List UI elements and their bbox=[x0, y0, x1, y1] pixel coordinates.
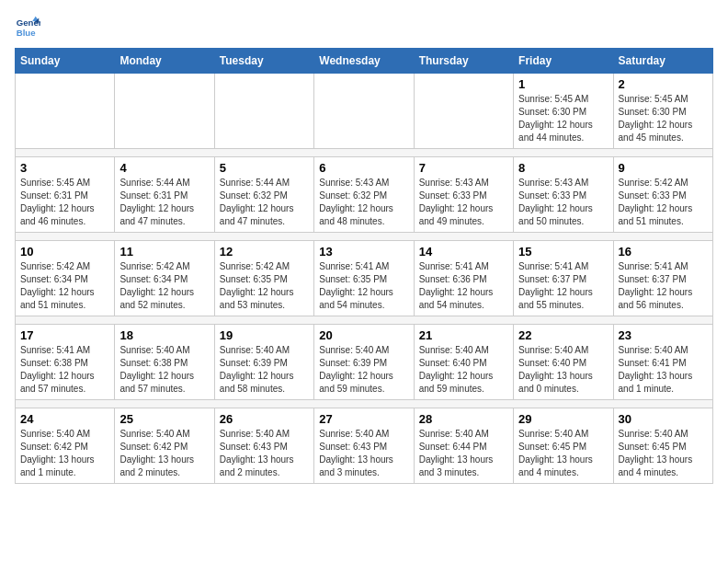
weekday-header-saturday: Saturday bbox=[613, 49, 712, 74]
calendar-cell: 30Sunrise: 5:40 AMSunset: 6:45 PMDayligh… bbox=[613, 408, 712, 484]
calendar-cell: 9Sunrise: 5:42 AMSunset: 6:33 PMDaylight… bbox=[613, 157, 712, 233]
day-number: 8 bbox=[518, 161, 608, 175]
day-number: 10 bbox=[20, 245, 109, 259]
day-info: Sunrise: 5:40 AMSunset: 6:38 PMDaylight:… bbox=[119, 344, 209, 396]
weekday-header-tuesday: Tuesday bbox=[214, 49, 313, 74]
day-info: Sunrise: 5:40 AMSunset: 6:41 PMDaylight:… bbox=[619, 344, 708, 396]
day-number: 13 bbox=[319, 245, 408, 259]
calendar-table: SundayMondayTuesdayWednesdayThursdayFrid… bbox=[15, 48, 713, 484]
day-number: 18 bbox=[119, 328, 209, 342]
day-number: 16 bbox=[619, 245, 708, 259]
calendar-cell: 16Sunrise: 5:41 AMSunset: 6:37 PMDayligh… bbox=[613, 241, 712, 316]
day-info: Sunrise: 5:41 AMSunset: 6:38 PMDaylight:… bbox=[20, 344, 109, 396]
day-info: Sunrise: 5:45 AMSunset: 6:30 PMDaylight:… bbox=[518, 93, 608, 144]
calendar-cell: 28Sunrise: 5:40 AMSunset: 6:44 PMDayligh… bbox=[414, 408, 513, 484]
calendar-cell: 4Sunrise: 5:44 AMSunset: 6:31 PMDaylight… bbox=[115, 157, 214, 233]
weekday-header-sunday: Sunday bbox=[16, 49, 115, 74]
logo: General Blue bbox=[15, 15, 44, 40]
week-spacer bbox=[16, 316, 713, 325]
calendar-cell: 13Sunrise: 5:41 AMSunset: 6:35 PMDayligh… bbox=[314, 241, 414, 316]
weekday-header-friday: Friday bbox=[514, 49, 613, 74]
calendar-cell: 3Sunrise: 5:45 AMSunset: 6:31 PMDaylight… bbox=[16, 157, 115, 233]
day-info: Sunrise: 5:43 AMSunset: 6:32 PMDaylight:… bbox=[319, 177, 408, 228]
calendar-cell: 20Sunrise: 5:40 AMSunset: 6:39 PMDayligh… bbox=[314, 325, 414, 400]
calendar-cell: 25Sunrise: 5:40 AMSunset: 6:42 PMDayligh… bbox=[115, 408, 214, 484]
calendar-cell: 27Sunrise: 5:40 AMSunset: 6:43 PMDayligh… bbox=[314, 408, 414, 484]
day-info: Sunrise: 5:42 AMSunset: 6:34 PMDaylight:… bbox=[20, 260, 109, 312]
day-number: 3 bbox=[20, 161, 109, 175]
calendar-cell bbox=[314, 74, 414, 149]
day-number: 25 bbox=[119, 412, 209, 426]
calendar-week-5: 24Sunrise: 5:40 AMSunset: 6:42 PMDayligh… bbox=[16, 408, 713, 484]
calendar-week-3: 10Sunrise: 5:42 AMSunset: 6:34 PMDayligh… bbox=[16, 241, 713, 316]
day-info: Sunrise: 5:41 AMSunset: 6:36 PMDaylight:… bbox=[419, 260, 508, 312]
header: General Blue bbox=[15, 15, 713, 40]
day-info: Sunrise: 5:45 AMSunset: 6:30 PMDaylight:… bbox=[619, 93, 708, 144]
day-info: Sunrise: 5:40 AMSunset: 6:45 PMDaylight:… bbox=[619, 428, 708, 479]
day-info: Sunrise: 5:40 AMSunset: 6:40 PMDaylight:… bbox=[518, 344, 608, 396]
logo-icon: General Blue bbox=[15, 15, 40, 40]
day-info: Sunrise: 5:40 AMSunset: 6:39 PMDaylight:… bbox=[220, 344, 309, 396]
calendar-cell: 8Sunrise: 5:43 AMSunset: 6:33 PMDaylight… bbox=[514, 157, 613, 233]
calendar-cell: 17Sunrise: 5:41 AMSunset: 6:38 PMDayligh… bbox=[16, 325, 115, 400]
weekday-header-thursday: Thursday bbox=[414, 49, 513, 74]
calendar-cell: 10Sunrise: 5:42 AMSunset: 6:34 PMDayligh… bbox=[16, 241, 115, 316]
day-info: Sunrise: 5:41 AMSunset: 6:37 PMDaylight:… bbox=[619, 260, 708, 312]
day-number: 1 bbox=[518, 77, 608, 91]
day-info: Sunrise: 5:43 AMSunset: 6:33 PMDaylight:… bbox=[419, 177, 508, 228]
day-number: 6 bbox=[319, 161, 408, 175]
day-number: 24 bbox=[20, 412, 109, 426]
day-info: Sunrise: 5:40 AMSunset: 6:43 PMDaylight:… bbox=[220, 428, 309, 479]
calendar-cell: 18Sunrise: 5:40 AMSunset: 6:38 PMDayligh… bbox=[115, 325, 214, 400]
day-info: Sunrise: 5:41 AMSunset: 6:37 PMDaylight:… bbox=[518, 260, 608, 312]
calendar-week-2: 3Sunrise: 5:45 AMSunset: 6:31 PMDaylight… bbox=[16, 157, 713, 233]
calendar-cell: 22Sunrise: 5:40 AMSunset: 6:40 PMDayligh… bbox=[514, 325, 613, 400]
calendar-cell: 24Sunrise: 5:40 AMSunset: 6:42 PMDayligh… bbox=[16, 408, 115, 484]
calendar-cell bbox=[414, 74, 513, 149]
day-number: 26 bbox=[220, 412, 309, 426]
day-number: 5 bbox=[220, 161, 309, 175]
day-number: 19 bbox=[220, 328, 309, 342]
day-number: 15 bbox=[518, 245, 608, 259]
weekday-header-wednesday: Wednesday bbox=[314, 49, 414, 74]
day-number: 4 bbox=[119, 161, 209, 175]
day-info: Sunrise: 5:44 AMSunset: 6:31 PMDaylight:… bbox=[119, 177, 209, 228]
calendar-cell: 14Sunrise: 5:41 AMSunset: 6:36 PMDayligh… bbox=[414, 241, 513, 316]
day-info: Sunrise: 5:40 AMSunset: 6:43 PMDaylight:… bbox=[319, 428, 408, 479]
day-info: Sunrise: 5:40 AMSunset: 6:45 PMDaylight:… bbox=[518, 428, 608, 479]
calendar-cell: 15Sunrise: 5:41 AMSunset: 6:37 PMDayligh… bbox=[514, 241, 613, 316]
day-number: 23 bbox=[619, 328, 708, 342]
day-number: 12 bbox=[220, 245, 309, 259]
day-number: 9 bbox=[619, 161, 708, 175]
weekday-header-monday: Monday bbox=[115, 49, 214, 74]
day-number: 20 bbox=[319, 328, 408, 342]
day-number: 27 bbox=[319, 412, 408, 426]
day-info: Sunrise: 5:40 AMSunset: 6:40 PMDaylight:… bbox=[419, 344, 508, 396]
week-spacer bbox=[16, 149, 713, 157]
calendar-week-4: 17Sunrise: 5:41 AMSunset: 6:38 PMDayligh… bbox=[16, 325, 713, 400]
day-info: Sunrise: 5:40 AMSunset: 6:42 PMDaylight:… bbox=[20, 428, 109, 479]
day-number: 28 bbox=[419, 412, 508, 426]
calendar-cell bbox=[16, 74, 115, 149]
day-info: Sunrise: 5:40 AMSunset: 6:39 PMDaylight:… bbox=[319, 344, 408, 396]
day-info: Sunrise: 5:40 AMSunset: 6:44 PMDaylight:… bbox=[419, 428, 508, 479]
day-info: Sunrise: 5:40 AMSunset: 6:42 PMDaylight:… bbox=[119, 428, 209, 479]
calendar-cell: 12Sunrise: 5:42 AMSunset: 6:35 PMDayligh… bbox=[214, 241, 313, 316]
calendar-cell: 26Sunrise: 5:40 AMSunset: 6:43 PMDayligh… bbox=[214, 408, 313, 484]
day-number: 2 bbox=[619, 77, 708, 91]
day-info: Sunrise: 5:41 AMSunset: 6:35 PMDaylight:… bbox=[319, 260, 408, 312]
week-spacer bbox=[16, 233, 713, 241]
calendar-cell: 21Sunrise: 5:40 AMSunset: 6:40 PMDayligh… bbox=[414, 325, 513, 400]
calendar-cell: 23Sunrise: 5:40 AMSunset: 6:41 PMDayligh… bbox=[613, 325, 712, 400]
day-number: 17 bbox=[20, 328, 109, 342]
day-number: 30 bbox=[619, 412, 708, 426]
svg-text:Blue: Blue bbox=[17, 28, 36, 38]
calendar-cell: 11Sunrise: 5:42 AMSunset: 6:34 PMDayligh… bbox=[115, 241, 214, 316]
calendar-week-1: 1Sunrise: 5:45 AMSunset: 6:30 PMDaylight… bbox=[16, 74, 713, 149]
calendar-cell: 6Sunrise: 5:43 AMSunset: 6:32 PMDaylight… bbox=[314, 157, 414, 233]
calendar-cell: 19Sunrise: 5:40 AMSunset: 6:39 PMDayligh… bbox=[214, 325, 313, 400]
calendar-cell: 5Sunrise: 5:44 AMSunset: 6:32 PMDaylight… bbox=[214, 157, 313, 233]
day-info: Sunrise: 5:43 AMSunset: 6:33 PMDaylight:… bbox=[518, 177, 608, 228]
day-info: Sunrise: 5:44 AMSunset: 6:32 PMDaylight:… bbox=[220, 177, 309, 228]
day-info: Sunrise: 5:42 AMSunset: 6:34 PMDaylight:… bbox=[119, 260, 209, 312]
